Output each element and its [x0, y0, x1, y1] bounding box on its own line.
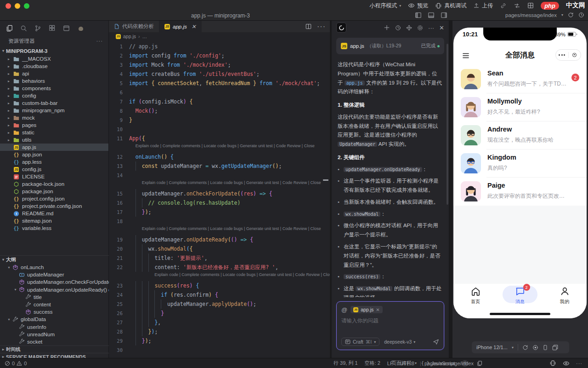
tabbar-item-我的[interactable]: 我的 [551, 286, 578, 305]
message-item-Paige[interactable]: Paige此次要评审的首页和专区页改版的交互方案 [453, 178, 587, 206]
tree-item-app.js[interactable]: JSapp.js [0, 144, 108, 151]
code-line-15[interactable]: 15updateManager.onCheckForUpdate((res) =… [109, 189, 330, 198]
menu-预览[interactable]: 预览 [408, 2, 428, 10]
tree-item-app.less[interactable]: {}app.less [0, 158, 108, 166]
tab-code-dependency[interactable]: 代码依赖分析 [109, 21, 159, 32]
code-line-14[interactable]: 14 [109, 171, 330, 180]
code-line-23[interactable]: 23success(res) { [109, 281, 330, 290]
capsule-more-button[interactable] [556, 54, 568, 56]
code-line-12[interactable]: 12onLaunch() { [109, 152, 330, 161]
outline-item-updateManager[interactable]: updateManager [0, 271, 109, 278]
more-icon[interactable]: ··· [96, 38, 103, 44]
panel-right-icon[interactable] [441, 12, 447, 18]
devtools-icon[interactable] [77, 25, 85, 31]
code-line-28[interactable]: 28}); [109, 327, 330, 336]
code-line-26[interactable]: 26} [109, 309, 330, 318]
grid-icon[interactable] [527, 2, 534, 9]
outline-item-updateManager.onCheckForUpdate() call...[interactable]: updateManager.onCheckForUpdate() call... [0, 278, 109, 286]
code-line-1[interactable]: 1// app.js [109, 42, 330, 51]
window-icon[interactable] [63, 25, 70, 32]
code-line-21[interactable]: 21title: '更新提示', [109, 253, 330, 263]
code-line-19[interactable]: 19updateManager.onUpdateReady(() => { [109, 235, 330, 244]
tree-item-mock[interactable]: ▸mock [0, 114, 108, 121]
restart-icon[interactable] [522, 345, 528, 351]
agent-selector[interactable]: Craft ⌘I ▾ [341, 338, 379, 346]
current-page-path[interactable]: pages/message/index [424, 361, 474, 366]
tree-item-miniprogram_npm[interactable]: ▸miniprogram_npm [0, 107, 108, 114]
code-line-2[interactable]: 2import config from './config'; [109, 51, 330, 60]
more-icon[interactable]: ··· [428, 24, 434, 31]
vibrate-icon[interactable] [549, 360, 556, 366]
code-line-29[interactable]: 29}); [109, 336, 330, 345]
split-editor-icon[interactable] [305, 23, 311, 29]
tree-item-variable.less[interactable]: {}variable.less [0, 224, 108, 232]
page-path-selector[interactable]: pages/message/index ▾ [505, 12, 584, 18]
code-line-18[interactable]: 18 [109, 217, 330, 226]
code-line-9[interactable]: 9} [109, 115, 330, 125]
menu-icon[interactable] [461, 52, 470, 59]
indentation-setting[interactable]: 空格: 2 [365, 360, 380, 367]
remove-chip-icon[interactable]: ✕ [376, 307, 379, 312]
outline-item-unreadNum[interactable]: unreadNum [0, 331, 109, 338]
tabbar-item-首页[interactable]: 首页 [462, 286, 489, 305]
menu-真机调试[interactable]: 真机调试 [435, 2, 466, 10]
tree-item-project.config.json[interactable]: {}project.config.json [0, 195, 108, 202]
tree-item-LICENSE[interactable]: LICENSE [0, 173, 108, 180]
tree-item-project.private.config.json[interactable]: {}project.private.config.json [0, 202, 108, 210]
new-chat-icon[interactable] [384, 24, 390, 31]
project-root[interactable]: ▾ MINIPROGRAM-3 [0, 46, 108, 55]
copy-icon[interactable] [477, 361, 482, 366]
ai-input-box[interactable]: @ JS app.js ✕ 请输入你的问题 Craft ⌘I ▾ deepsee… [336, 301, 444, 350]
menu-上传[interactable]: 上传 [473, 2, 493, 10]
minimize-window-button[interactable] [15, 3, 20, 9]
code-line-5[interactable]: 5import { connectSocket, fetchUnreadNum … [109, 79, 330, 88]
cursor-position[interactable]: 行 39, 列 1 [334, 360, 358, 367]
message-item-Kingdom[interactable]: Kingdom真的吗? [453, 150, 587, 178]
outline-item-globalData[interactable]: ▾globalData [0, 316, 109, 323]
code-line-4[interactable]: 4import createBus from './utils/eventBus… [109, 69, 330, 79]
code-line-17[interactable]: 17}); [109, 207, 330, 217]
outline-item-socket[interactable]: socket [0, 338, 109, 345]
code-line-22[interactable]: 22content: '新版本已经准备好，是否重启应用? ', [109, 263, 330, 272]
scrollbar[interactable] [447, 44, 448, 205]
breadcrumb[interactable]: JS app.js › … [109, 32, 330, 40]
outline-header[interactable]: ▾ 大纲 [0, 255, 109, 264]
compare-icon[interactable] [514, 3, 520, 9]
outline-item-content[interactable]: content [0, 301, 109, 308]
message-item-Andrew[interactable]: Andrew现在没空，晚点再联系你哈 [453, 121, 587, 150]
history-icon[interactable] [395, 25, 401, 31]
tree-item-pages[interactable]: ▸pages [0, 121, 108, 129]
message-item-Sean[interactable]: Sean有个问题想咨询一下，关于TDesign组件...2 [453, 65, 587, 93]
mention-icon[interactable]: @ [341, 306, 347, 313]
refresh-icon[interactable] [568, 12, 574, 18]
menu-小程序模式[interactable]: 小程序模式▾ [369, 2, 401, 10]
codelens-actions[interactable]: Explain code | Complete comments | Locat… [109, 143, 330, 152]
codelens-actions[interactable]: Explain code | Complete comments | Locat… [109, 226, 330, 235]
problems-indicator[interactable]: 0 0 [5, 361, 27, 366]
code-line-24[interactable]: 24if (res.confirm) { [109, 290, 330, 299]
multi-window-icon[interactable] [552, 345, 558, 351]
capsule-exit-button[interactable] [569, 53, 581, 57]
maximize-window-button[interactable] [24, 3, 29, 9]
tree-item-custom-tab-bar[interactable]: ▸custom-tab-bar [0, 99, 108, 107]
clock-icon[interactable] [578, 12, 584, 18]
more-icon[interactable]: ··· [317, 23, 326, 31]
tree-item-api[interactable]: ▸api [0, 70, 108, 77]
outline-item-title[interactable]: title [0, 293, 109, 301]
settings-icon[interactable] [417, 25, 423, 31]
tree-item-.cloudbase[interactable]: ▸.cloudbase [0, 63, 108, 70]
code-line-13[interactable]: 13const updateManager = wx.getUpdateMana… [109, 161, 330, 171]
tree-item-package.json[interactable]: package.json [0, 188, 108, 195]
panel-bottom-icon[interactable] [428, 12, 435, 18]
code-line-20[interactable]: 20wx.showModal({ [109, 244, 330, 253]
record-icon[interactable] [532, 345, 538, 351]
code-line-27[interactable]: 27}, [109, 318, 330, 327]
ai-prompt-placeholder[interactable]: 请输入你的问题 [341, 317, 439, 324]
code-line-11[interactable]: 11App({ [109, 134, 330, 143]
code-line-10[interactable]: 10 [109, 125, 330, 134]
outline-item-userInfo[interactable]: userInfo [0, 323, 109, 331]
code-line-6[interactable]: 6 [109, 88, 330, 97]
device-selector[interactable]: iPhone 12/1... [476, 345, 508, 350]
files-icon[interactable] [6, 25, 13, 32]
code-line-3[interactable]: 3import Mock from './mock/index'; [109, 60, 330, 69]
